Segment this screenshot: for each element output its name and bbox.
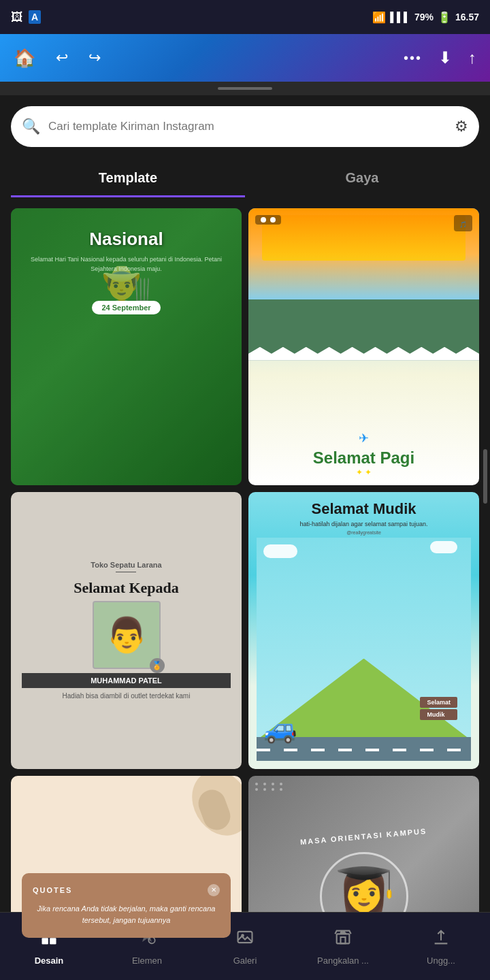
battery-icon: 🔋 — [438, 11, 451, 24]
svg-text:co.: co. — [341, 930, 346, 934]
mudik-title: Selamat Mudik — [311, 500, 416, 518]
pagi-bottom-content: ✈ Selamat Pagi ✦ ✦ — [313, 431, 414, 477]
text-icon: A — [29, 10, 41, 24]
nav-right: ••• ⬇ ↑ — [404, 48, 476, 67]
galeri-icon — [235, 928, 255, 951]
medal-icon: 🏅 — [150, 658, 165, 673]
kepada-name: MUHAMMAD PATEL — [22, 673, 231, 688]
template-grid: Nasional Selamat Hari Tani Nasional kepa… — [11, 208, 479, 980]
drag-handle — [218, 87, 272, 90]
galeri-label: Galeri — [233, 956, 257, 966]
elemen-label: Elemen — [132, 956, 162, 966]
scrollbar[interactable] — [483, 449, 487, 504]
nav-left: 🏠 ↩ ↪ — [14, 48, 101, 69]
tab-gaya[interactable]: Gaya — [245, 161, 479, 197]
mudik-watermark: @reallygreatsite — [346, 530, 381, 535]
template-card-pagi[interactable]: ✈ Selamat Pagi ✦ ✦ 🎵 — [248, 208, 479, 485]
home-icon[interactable]: 🏠 — [14, 48, 35, 69]
forward-icon[interactable]: ↪ — [88, 49, 101, 67]
moka-title: MASA ORIENTASI KAMPUS — [270, 823, 457, 849]
desain-label: Desain — [35, 956, 64, 966]
battery-percentage: 79% — [414, 12, 434, 22]
handle-bar — [0, 82, 490, 95]
template-card-kepada[interactable]: Toko Sepatu Larana Selamat Kepada 👨 🏅 MU… — [11, 492, 242, 769]
download-icon[interactable]: ⬇ — [438, 48, 452, 67]
status-bar: 🖼 A 📶 ▌▌▌ 79% 🔋 16.57 — [0, 0, 490, 34]
quotes-label: QUOTES — [33, 886, 72, 894]
template-card-nasional[interactable]: Nasional Selamat Hari Tani Nasional kepa… — [11, 208, 242, 485]
filter-icon[interactable]: ⚙ — [455, 118, 468, 135]
search-bar[interactable]: 🔍 ⚙ — [11, 106, 479, 147]
pangkalan-icon: co. — [333, 928, 353, 951]
tab-template[interactable]: Template — [11, 161, 245, 197]
sign2: Mudik — [420, 709, 457, 720]
quotes-close-btn[interactable]: ✕ — [208, 884, 220, 896]
svg-rect-5 — [238, 931, 252, 942]
svg-rect-3 — [50, 938, 56, 944]
person-icon: 👨 — [105, 615, 148, 655]
quotes-text: Jika rencana Anda tidak berjalan, maka g… — [33, 903, 220, 927]
search-icon: 🔍 — [22, 118, 40, 135]
tabs-container: Template Gaya — [11, 161, 479, 197]
back-icon[interactable]: ↩ — [56, 49, 68, 67]
nav-bar: 🏠 ↩ ↪ ••• ⬇ ↑ — [0, 34, 490, 82]
share-icon[interactable]: ↑ — [468, 48, 476, 67]
car-icon: 🚙 — [263, 713, 297, 745]
more-icon[interactable]: ••• — [404, 50, 422, 66]
unggah-label: Ungg... — [427, 956, 455, 966]
kepada-store: Toko Sepatu Larana — [91, 561, 161, 569]
nav-item-pangkalan[interactable]: co. Pangkalan ... — [294, 921, 392, 973]
clock: 16.57 — [455, 12, 479, 22]
signal-icon: ▌▌▌ — [390, 12, 410, 22]
svg-rect-8 — [341, 937, 346, 943]
image-icon: 🖼 — [11, 10, 23, 24]
nasional-date: 24 September — [92, 301, 160, 314]
svg-rect-2 — [42, 938, 48, 944]
template-card-mudik[interactable]: Selamat Mudik hati-hatilah dijalan agar … — [248, 492, 479, 769]
pagi-title: Selamat Pagi — [313, 448, 414, 468]
dots-top-left — [255, 783, 285, 791]
pangkalan-label: Pangkalan ... — [317, 956, 369, 966]
svg-rect-7 — [337, 934, 350, 943]
nav-item-unggah[interactable]: Ungg... — [392, 921, 490, 973]
sign1: Selamat — [420, 697, 457, 708]
mudik-subtitle: hati-hatilah dijalan agar selamat sampai… — [294, 521, 433, 527]
status-right: 📶 ▌▌▌ 79% 🔋 16.57 — [372, 11, 479, 24]
status-left: 🖼 A — [11, 10, 41, 24]
nasional-subtitle: Selamat Hari Tani Nasional kepada seluru… — [22, 255, 231, 274]
kepada-title: Selamat Kepada — [74, 579, 179, 597]
wifi-icon: 📶 — [372, 11, 386, 24]
unggah-icon — [431, 928, 451, 951]
main-content: 🔍 ⚙ Template Gaya Nasional Selamat Hari … — [0, 95, 490, 980]
nasional-title: Nasional — [22, 229, 231, 250]
kepada-desc: Hadiah bisa diambil di outlet terdekat k… — [63, 692, 191, 700]
search-input[interactable] — [48, 120, 446, 133]
